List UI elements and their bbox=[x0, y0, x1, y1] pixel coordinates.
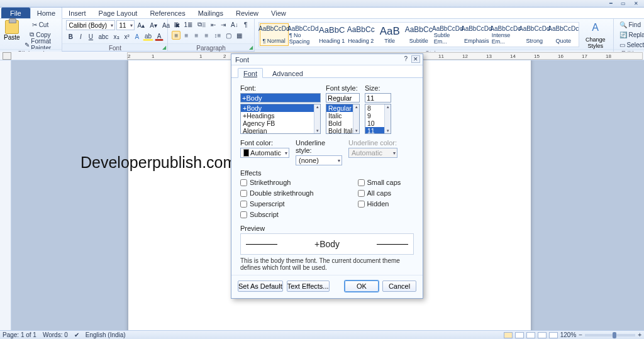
dialog-titlebar[interactable]: Font ? ✕ bbox=[231, 54, 423, 65]
list-option[interactable]: Algerian bbox=[241, 127, 320, 134]
status-words[interactable]: Words: 0 bbox=[43, 331, 68, 338]
style-item[interactable]: AaBbCHeading 1 bbox=[318, 23, 347, 46]
full-read-view-icon[interactable] bbox=[515, 332, 524, 338]
status-page[interactable]: Page: 1 of 1 bbox=[3, 331, 36, 338]
font-color-icon[interactable]: A bbox=[155, 32, 164, 41]
tab-selector-icon[interactable] bbox=[3, 52, 11, 60]
bold-button[interactable]: B bbox=[66, 32, 75, 41]
ok-button[interactable]: OK bbox=[345, 281, 379, 292]
list-option[interactable]: +Body bbox=[241, 104, 320, 112]
dialog-tab-advanced[interactable]: Advanced bbox=[267, 68, 309, 77]
font-style-input[interactable] bbox=[326, 93, 360, 103]
font-color-combo[interactable]: Automatic bbox=[240, 148, 289, 158]
cut-button[interactable]: ✂ Cut bbox=[23, 20, 58, 29]
replace-button[interactable]: 🔄 Replace bbox=[618, 30, 644, 39]
zoom-in-icon[interactable]: + bbox=[638, 331, 641, 338]
style-item[interactable]: AaBbCcDd¶ No Spacing bbox=[289, 23, 318, 46]
tab-file[interactable]: File bbox=[1, 8, 30, 18]
style-item[interactable]: AaBbCcDdEmphasis bbox=[462, 23, 491, 46]
align-center-icon[interactable]: ≡ bbox=[182, 31, 191, 40]
font-name-list[interactable]: +Body+HeadingsAgency FBAlgerianArial▴▾ bbox=[240, 104, 321, 134]
vertical-ruler[interactable] bbox=[0, 60, 11, 330]
format-painter-button[interactable]: ✎ Format Painter bbox=[23, 40, 58, 49]
style-item[interactable]: AaBbCcSubtitle bbox=[404, 23, 433, 46]
justify-icon[interactable]: ≡ bbox=[202, 31, 211, 40]
underline-style-combo[interactable]: (none) bbox=[296, 155, 342, 165]
print-layout-view-icon[interactable] bbox=[504, 332, 513, 338]
font-name-input[interactable] bbox=[240, 93, 321, 103]
style-item[interactable]: AaBbCcDdSubtle Em... bbox=[433, 23, 462, 46]
window-close-icon[interactable]: ✕ bbox=[630, 0, 641, 6]
superscript-button[interactable]: x² bbox=[123, 32, 131, 41]
tab-page-layout[interactable]: Page Layout bbox=[92, 8, 144, 18]
numbering-icon[interactable]: 1≣ bbox=[182, 20, 194, 29]
change-styles-icon[interactable]: A bbox=[588, 20, 603, 35]
font-size-list[interactable]: 89101112▴▾ bbox=[365, 104, 391, 134]
style-item[interactable]: AaBbCcHeading 2 bbox=[347, 23, 375, 46]
help-icon[interactable]: ? bbox=[404, 55, 408, 62]
outline-view-icon[interactable] bbox=[538, 332, 547, 338]
draft-view-icon[interactable] bbox=[549, 332, 558, 338]
subscript-button[interactable]: x₂ bbox=[112, 32, 121, 41]
styles-gallery[interactable]: AaBbCcDd¶ NormalAaBbCcDd¶ No SpacingAaBb… bbox=[258, 22, 579, 47]
outdent-icon[interactable]: ⇤ bbox=[209, 20, 218, 29]
effect-small-caps[interactable]: Small caps bbox=[358, 178, 401, 187]
shrink-font-icon[interactable]: A▾ bbox=[148, 21, 159, 30]
tab-references[interactable]: References bbox=[143, 8, 191, 18]
style-item[interactable]: AaBbCcDcIntense Em... bbox=[491, 23, 520, 46]
status-language[interactable]: English (India) bbox=[86, 331, 126, 338]
bullets-icon[interactable]: ≣ bbox=[172, 20, 180, 29]
close-icon[interactable]: ✕ bbox=[411, 55, 420, 63]
tab-mailings[interactable]: Mailings bbox=[192, 8, 230, 18]
style-item[interactable]: AaBTitle bbox=[375, 23, 404, 46]
set-as-default-button[interactable]: Set As Default bbox=[238, 281, 283, 292]
effect-subscript[interactable]: Subscript bbox=[240, 210, 314, 220]
indent-icon[interactable]: ⇥ bbox=[219, 20, 228, 29]
multilevel-icon[interactable]: ⧉≣ bbox=[196, 20, 208, 29]
scroll-down-icon[interactable]: ▾ bbox=[316, 128, 319, 133]
tab-home[interactable]: Home bbox=[30, 7, 62, 19]
font-size-combo[interactable]: 11 bbox=[116, 20, 134, 30]
underline-button[interactable]: U bbox=[86, 32, 95, 41]
tab-review[interactable]: Review bbox=[230, 8, 265, 18]
italic-button[interactable]: I bbox=[76, 32, 85, 41]
paragraph-launcher-icon[interactable]: ◢ bbox=[249, 45, 253, 50]
sort-icon[interactable]: A↓ bbox=[229, 20, 240, 29]
zoom-value[interactable]: 120% bbox=[560, 331, 577, 338]
effect-strikethrough[interactable]: Strikethrough bbox=[240, 178, 314, 187]
line-spacing-icon[interactable]: ↕≡ bbox=[212, 31, 223, 40]
find-button[interactable]: 🔍 Find bbox=[618, 20, 643, 29]
zoom-out-icon[interactable]: − bbox=[579, 331, 582, 338]
effect-all-caps[interactable]: All caps bbox=[358, 189, 401, 198]
highlight-icon[interactable]: ab bbox=[143, 32, 153, 41]
zoom-slider[interactable] bbox=[585, 334, 635, 336]
window-minimize-icon[interactable]: ━ bbox=[605, 0, 616, 6]
strike-button[interactable]: abc bbox=[96, 32, 110, 41]
dialog-tab-font[interactable]: Font bbox=[238, 68, 263, 78]
font-launcher-icon[interactable]: ◢ bbox=[162, 45, 166, 50]
list-option[interactable]: +Headings bbox=[241, 112, 320, 119]
web-view-icon[interactable] bbox=[526, 332, 535, 338]
spellcheck-icon[interactable]: ✔ bbox=[74, 331, 79, 338]
text-effects-button[interactable]: Text Effects... bbox=[287, 281, 330, 292]
font-style-list[interactable]: RegularItalicBoldBold Italic▴▾ bbox=[326, 104, 360, 134]
align-right-icon[interactable]: ≡ bbox=[192, 31, 201, 40]
window-restore-icon[interactable]: ▭ bbox=[618, 0, 629, 6]
text-effects-icon[interactable]: A bbox=[133, 32, 142, 41]
paste-button[interactable]: Paste bbox=[4, 20, 20, 44]
borders-icon[interactable]: ▦ bbox=[235, 31, 244, 40]
pilcrow-icon[interactable]: ¶ bbox=[242, 20, 250, 29]
tab-insert[interactable]: Insert bbox=[62, 8, 92, 18]
tab-view[interactable]: View bbox=[265, 8, 292, 18]
style-item[interactable]: AaBbCcDdStrong bbox=[520, 23, 549, 46]
style-item[interactable]: AaBbCcDcQuote bbox=[549, 23, 578, 46]
style-item[interactable]: AaBbCcDd¶ Normal bbox=[260, 23, 289, 46]
scroll-up-icon[interactable]: ▴ bbox=[316, 104, 319, 109]
select-button[interactable]: ▭ Select bbox=[618, 40, 644, 49]
effect-superscript[interactable]: Superscript bbox=[240, 199, 314, 209]
shading-icon[interactable]: ▢ bbox=[224, 31, 233, 40]
grow-font-icon[interactable]: A▴ bbox=[136, 21, 147, 30]
font-size-input[interactable] bbox=[365, 93, 391, 103]
effect-double-strikethrough[interactable]: Double strikethrough bbox=[240, 189, 314, 198]
font-family-combo[interactable]: Calibri (Body) bbox=[66, 20, 115, 30]
